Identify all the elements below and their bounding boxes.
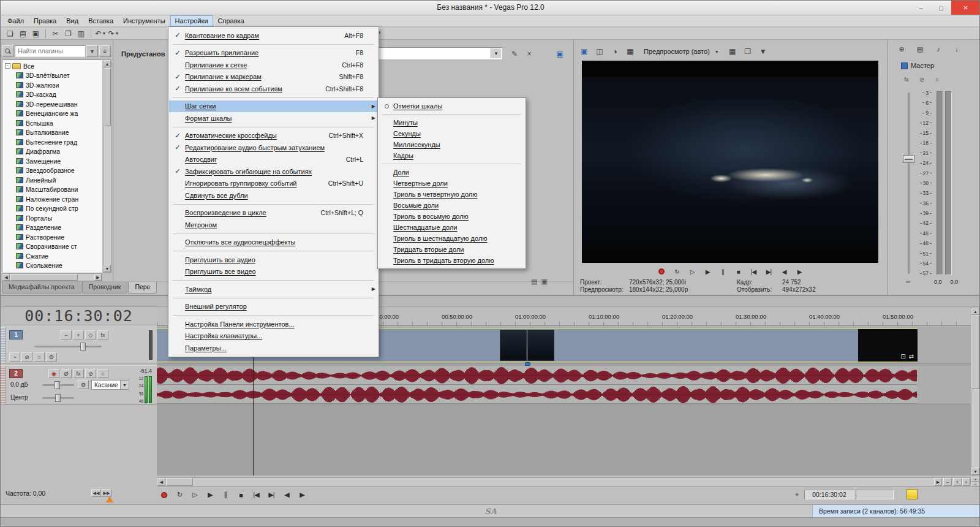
menubar-item-Настройки[interactable]: Настройки	[170, 15, 213, 26]
submenu-item-Миллисекунды[interactable]: Миллисекунды	[379, 139, 525, 150]
fx-icon[interactable]: fx	[901, 75, 912, 85]
submenu-item-Триоль в четвертную долю[interactable]: Триоль в четвертную долю	[379, 189, 525, 200]
menu-item-Формат шкалы[interactable]: Формат шкалы▶	[169, 112, 378, 124]
menubar-item-Вставка[interactable]: Вставка	[83, 15, 118, 26]
pan-crop-icon[interactable]: ⇄	[909, 353, 914, 360]
edit-preset-icon[interactable]: ✎	[508, 48, 521, 59]
mute-icon[interactable]: ⊘	[916, 75, 927, 85]
track-number-badge[interactable]: 2	[9, 369, 23, 378]
scroll-down-icon[interactable]: ▼	[104, 265, 111, 272]
gear-icon[interactable]: ⚙	[46, 352, 57, 362]
submenu-item-Восьмые доли[interactable]: Восьмые доли	[379, 200, 525, 211]
loop-playback-button[interactable]: ↻	[672, 267, 682, 276]
automation-mode-combo[interactable]: Касание ▼	[91, 380, 129, 390]
video-output-icon[interactable]: ▣	[578, 45, 591, 58]
submenu-item-Минуты[interactable]: Минуты	[379, 117, 525, 128]
track-drag-handle[interactable]	[1, 366, 6, 404]
plugin-item[interactable]: Порталы	[2, 213, 102, 223]
submenu-item-Тридцать вторые доли[interactable]: Тридцать вторые доли	[379, 244, 525, 255]
record-button[interactable]	[657, 267, 666, 276]
menu-item-Воспроизведение в цикле[interactable]: Воспроизведение в циклеCtrl+Shift+L; Q	[169, 207, 378, 219]
redo-icon[interactable]: ↷▼	[107, 28, 120, 39]
bypass-motion-icon[interactable]: ◇	[85, 330, 96, 339]
go-to-start-button[interactable]: |◀	[249, 489, 263, 501]
solo-icon[interactable]: ○	[34, 352, 45, 362]
menu-item-Автоматические кроссфейды[interactable]: ✓Автоматические кроссфейдыCtrl+Shift+X	[169, 130, 378, 142]
scroll-left-icon[interactable]: ◀	[157, 478, 165, 486]
scroll-down-icon[interactable]: ▼	[971, 468, 979, 475]
menubar-item-Инструменты[interactable]: Инструменты	[118, 15, 170, 26]
generator-icon[interactable]: ⊡	[900, 353, 905, 360]
scroll-up-icon[interactable]: ▲	[104, 60, 111, 67]
overlays-icon[interactable]: ▦	[624, 45, 637, 58]
submenu-item-Кадры[interactable]: Кадры	[379, 150, 525, 161]
plugin-item[interactable]: Линейный	[2, 175, 102, 185]
plugin-item[interactable]: Замещение	[2, 156, 102, 166]
play-from-start-button[interactable]: ▷	[188, 489, 202, 501]
fx-icon[interactable]: fx	[97, 330, 108, 339]
submenu-item-Четвертные доли[interactable]: Четвертные доли	[379, 178, 525, 189]
rate-display[interactable]: Частота: 0,00	[6, 490, 45, 497]
maximize-button[interactable]: □	[931, 1, 951, 15]
menu-item-Прилипание ко всем событиям[interactable]: ✓Прилипание ко всем событиямCtrl+Shift+F…	[169, 83, 378, 95]
menu-item-Метроном[interactable]: Метроном	[169, 219, 378, 231]
metronome-icon[interactable]	[907, 489, 918, 499]
slider-thumb[interactable]	[55, 394, 61, 402]
mute-icon[interactable]: ⊘	[21, 352, 32, 362]
next-frame-button[interactable]: ▶	[295, 489, 309, 501]
menu-item-Настройка Панели инструментов...[interactable]: Настройка Панели инструментов...	[169, 318, 378, 330]
track-zoom-in-icon[interactable]: +	[971, 477, 980, 482]
track1-level-slider[interactable]	[34, 346, 102, 347]
plugin-item[interactable]: Скольжение	[2, 261, 102, 271]
plugin-item[interactable]: 3D-каскад	[2, 90, 102, 100]
grid-overlay-icon[interactable]: ▦	[726, 45, 739, 58]
track-drag-handle[interactable]	[1, 327, 6, 363]
menu-item-Прилипание к маркерам[interactable]: ✓Прилипание к маркерамShift+F8	[169, 71, 378, 83]
fx-icon[interactable]: fx	[73, 369, 84, 378]
next-frame-button[interactable]: ▶	[794, 267, 804, 276]
menu-item-Прилипание к сетке[interactable]: Прилипание к сеткеCtrl+F8	[169, 59, 378, 71]
close-button[interactable]: ×	[951, 1, 980, 15]
plugin-item[interactable]: Венецианские жа	[2, 109, 102, 119]
menu-item-Сдвинуть все дубли[interactable]: Сдвинуть все дубли	[169, 189, 378, 202]
timeline-time-display[interactable]: 00:16:30:02	[1, 305, 157, 326]
submenu-item-Триоль в тридцать вторую долю[interactable]: Триоль в тридцать вторую долю	[379, 255, 525, 266]
menu-item-Шаг сетки[interactable]: Шаг сетки▶	[169, 100, 378, 113]
scroll-thumb[interactable]	[971, 316, 979, 389]
insert-bus-icon[interactable]: ⊕	[896, 44, 907, 54]
slider-thumb[interactable]	[55, 381, 60, 389]
slider-thumb[interactable]	[80, 343, 86, 351]
copy-icon[interactable]: ❐	[62, 28, 75, 39]
menu-item-Внешний регулятор[interactable]: Внешний регулятор	[169, 301, 378, 313]
record-arm-icon[interactable]: ◉	[48, 369, 59, 378]
undo-icon[interactable]: ↶▼	[94, 28, 107, 39]
plugin-item[interactable]: Вспышка	[2, 118, 102, 128]
scroll-up-icon[interactable]: ▲	[971, 308, 979, 315]
speaker-icon[interactable]: ♪	[933, 44, 944, 54]
plugin-item[interactable]: Растворение	[2, 232, 102, 242]
split-screen-view-icon[interactable]: ◫	[593, 45, 606, 58]
invert-phase-icon[interactable]: Ø	[61, 369, 72, 378]
solo-icon[interactable]: ○	[932, 75, 943, 85]
cursor-time-field[interactable]: 00:16:30:02	[804, 490, 854, 499]
search-options-icon[interactable]: ▾	[86, 45, 98, 57]
gear-icon[interactable]: ⚙	[78, 380, 89, 389]
track2-gain-slider[interactable]	[42, 384, 74, 386]
copy-snapshot-icon[interactable]: ❐	[741, 45, 755, 58]
plugin-item[interactable]: Масштабировани	[2, 185, 102, 195]
play-from-start-button[interactable]: ▷	[687, 267, 697, 276]
audio-event-clip[interactable]	[157, 366, 918, 404]
menu-item-Разрешить прилипание[interactable]: ✓Разрешить прилипаниеF8	[169, 47, 378, 59]
menubar-item-Файл[interactable]: Файл	[2, 15, 29, 26]
tree-horizontal-scrollbar[interactable]: ◀ ▶	[2, 273, 102, 281]
plugin-item[interactable]: Выталкивание	[2, 128, 102, 138]
play-button[interactable]: ▶	[703, 267, 712, 276]
downmix-icon[interactable]: ↓	[951, 44, 962, 54]
rate-decrease-icon[interactable]: ◀◀	[91, 489, 101, 497]
track-number-badge[interactable]: 1	[9, 330, 23, 339]
tab-Проводник[interactable]: Проводник	[82, 282, 128, 294]
zoom-out-icon[interactable]: −	[943, 478, 952, 486]
view-mode-icon[interactable]: ▤	[914, 44, 925, 54]
timeline-vertical-scrollbar[interactable]: ▲ ▼	[971, 307, 980, 476]
scroll-thumb[interactable]	[104, 68, 111, 126]
